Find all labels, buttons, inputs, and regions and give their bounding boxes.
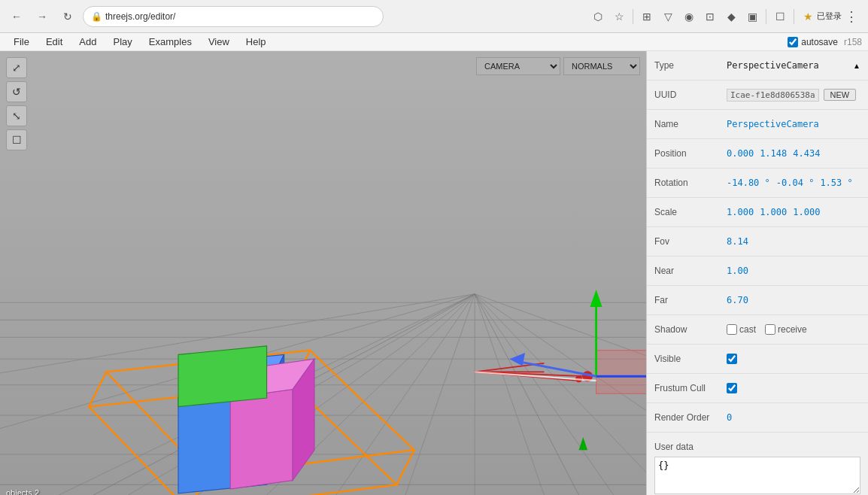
position-values: 0.000 1.148 4.434 <box>727 148 820 159</box>
autosave-checkbox[interactable] <box>788 37 798 47</box>
rotation-label: Rotation <box>654 178 722 188</box>
menu-examples[interactable]: Examples <box>141 33 199 50</box>
uuid-row: UUID Icae-f1e8d806538a NEW <box>654 85 860 105</box>
scale-values: 1.000 1.000 1.000 <box>727 207 820 217</box>
rotation-z[interactable]: 1.53 ° <box>820 178 852 188</box>
render-order-section: Render Order <box>647 403 868 433</box>
visible-row: Visible <box>654 349 860 369</box>
scale-z[interactable]: 1.000 <box>793 207 820 217</box>
shadow-cast-text: cast <box>739 324 756 335</box>
menu-file[interactable]: File <box>6 33 37 50</box>
browser-menu-button[interactable]: ⋮ <box>841 6 862 27</box>
position-y[interactable]: 1.148 <box>760 148 787 159</box>
uuid-label: UUID <box>654 90 722 100</box>
profile-icon[interactable]: ☐ <box>771 8 789 26</box>
back-button[interactable]: ← <box>6 6 27 27</box>
render-order-row: Render Order <box>654 408 860 427</box>
menu-add[interactable]: Add <box>71 33 104 50</box>
position-label: Position <box>654 148 722 159</box>
rotation-y[interactable]: -0.04 ° <box>776 178 815 188</box>
security-icon: 🔒 <box>91 11 102 22</box>
uuid-value: Icae-f1e8d806538a <box>727 89 819 102</box>
menu-bar: File Edit Add Play Examples View Help au… <box>0 33 868 51</box>
translate-tool[interactable]: ⤢ <box>6 57 27 78</box>
scale-section: Scale 1.000 1.000 1.000 <box>647 198 868 227</box>
fov-row: Fov 8.14 <box>654 232 860 251</box>
forward-button[interactable]: → <box>32 6 53 27</box>
shadow-receive-text: receive <box>778 324 807 335</box>
scale-y[interactable]: 1.000 <box>760 207 787 217</box>
viewport[interactable]: ⤢ ↺ ⤡ ☐ CAMERA PERSPECTIVE TOP FRONT SID… <box>0 51 646 495</box>
shadow-receive-label[interactable]: receive <box>765 324 807 335</box>
autosave-text: autosave <box>801 37 838 47</box>
shadow-cast-checkbox[interactable] <box>727 324 737 335</box>
user-badge[interactable]: 已登录 <box>820 8 838 26</box>
menu-play[interactable]: Play <box>106 33 140 50</box>
ext-4-icon[interactable]: ⊡ <box>701 8 719 26</box>
viewport-dropdowns: CAMERA PERSPECTIVE TOP FRONT SIDE NORMAL… <box>476 57 640 75</box>
menu-right: autosave r158 <box>788 37 862 47</box>
userdata-label-row: User data <box>654 437 860 457</box>
svg-marker-36 <box>230 390 293 490</box>
near-value[interactable]: 1.00 <box>727 266 748 276</box>
menu-help[interactable]: Help <box>238 33 274 50</box>
type-value: PerspectiveCamera <box>727 60 819 71</box>
svg-marker-39 <box>178 346 267 407</box>
visible-checkbox[interactable] <box>727 354 737 364</box>
position-x[interactable]: 0.000 <box>727 148 754 159</box>
ext-6-icon[interactable]: ▣ <box>743 8 761 26</box>
uuid-new-button[interactable]: NEW <box>824 89 857 101</box>
uuid-section: UUID Icae-f1e8d806538a NEW <box>647 80 868 110</box>
rotation-section: Rotation -14.80 ° -0.04 ° 1.53 ° <box>647 169 868 198</box>
shadow-section: Shadow cast receive <box>647 315 868 345</box>
focus-tool[interactable]: ☐ <box>6 129 27 150</box>
normals-select[interactable]: NORMALS DEFAULT WIREFRAME <box>563 57 640 75</box>
ext-1-icon[interactable]: ⊞ <box>638 8 656 26</box>
userdata-label: User data <box>654 442 722 452</box>
ext-yellow-icon[interactable]: ★ <box>799 8 817 26</box>
far-label: Far <box>654 295 722 305</box>
right-panel: Type PerspectiveCamera ▲ UUID Icae-f1e8d… <box>646 51 868 495</box>
frustum-row: Frustum Cull <box>654 378 860 398</box>
address-bar[interactable]: 🔒 threejs.org/editor/ <box>83 6 384 27</box>
name-label: Name <box>654 119 722 129</box>
scale-tool[interactable]: ⤡ <box>6 105 27 126</box>
camera-select[interactable]: CAMERA PERSPECTIVE TOP FRONT SIDE <box>476 57 560 75</box>
fov-value[interactable]: 8.14 <box>727 236 748 247</box>
userdata-textarea[interactable]: {} <box>654 457 860 494</box>
scale-x[interactable]: 1.000 <box>727 207 754 217</box>
frustum-label: Frustum Cull <box>654 383 722 393</box>
scroll-up-icon[interactable]: ▲ <box>853 62 860 70</box>
ext-3-icon[interactable]: ◉ <box>680 8 698 26</box>
refresh-button[interactable]: ↻ <box>57 6 78 27</box>
near-row: Near 1.00 <box>654 261 860 281</box>
viewport-toolbar: ⤢ ↺ ⤡ ☐ <box>6 57 27 150</box>
rotate-tool[interactable]: ↺ <box>6 81 27 102</box>
type-row: Type PerspectiveCamera ▲ <box>654 56 860 75</box>
ext-bookmark-icon[interactable]: ☆ <box>610 8 628 26</box>
rotation-values: -14.80 ° -0.04 ° 1.53 ° <box>727 178 853 188</box>
far-row: Far 6.70 <box>654 290 860 310</box>
render-order-label: Render Order <box>654 412 722 423</box>
ext-cast-icon[interactable]: ⬡ <box>589 8 607 26</box>
far-section: Far 6.70 <box>647 286 868 315</box>
svg-rect-46 <box>596 351 646 394</box>
ext-5-icon[interactable]: ◆ <box>722 8 740 26</box>
name-input[interactable] <box>727 119 847 129</box>
position-z[interactable]: 4.434 <box>793 148 820 159</box>
position-section: Position 0.000 1.148 4.434 <box>647 139 868 169</box>
shadow-receive-checkbox[interactable] <box>765 324 775 335</box>
shadow-cast-label[interactable]: cast <box>727 324 756 335</box>
main-area: ⤢ ↺ ⤡ ☐ CAMERA PERSPECTIVE TOP FRONT SID… <box>0 51 868 495</box>
name-section: Name <box>647 110 868 139</box>
rotation-x[interactable]: -14.80 ° <box>727 178 770 188</box>
render-order-input[interactable] <box>727 412 757 423</box>
app-container: File Edit Add Play Examples View Help au… <box>0 33 868 495</box>
stat-objects: objects 2 <box>6 487 74 495</box>
ext-2-icon[interactable]: ▽ <box>659 8 677 26</box>
menu-edit[interactable]: Edit <box>38 33 70 50</box>
far-value[interactable]: 6.70 <box>727 295 748 305</box>
menu-view[interactable]: View <box>201 33 237 50</box>
frustum-section: Frustum Cull <box>647 374 868 403</box>
frustum-checkbox[interactable] <box>727 383 737 393</box>
